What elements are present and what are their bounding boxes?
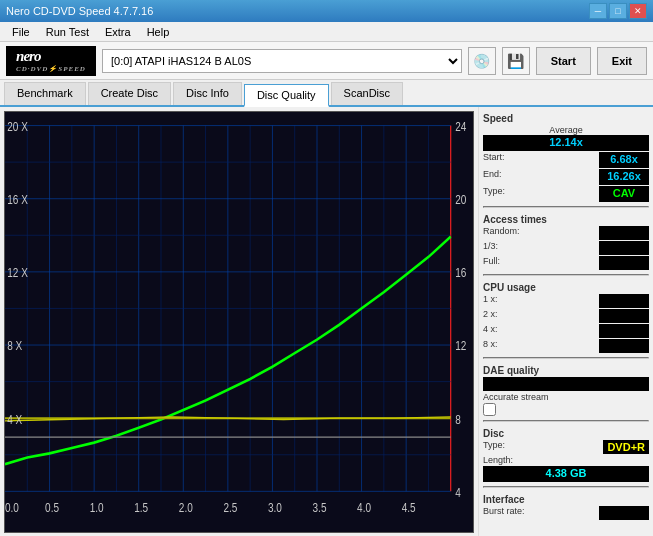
end-value: 16.26x <box>599 169 649 185</box>
2x-value <box>599 309 649 323</box>
access-times-section: Access times Random: 1/3: Full: <box>483 212 649 270</box>
svg-text:4 X: 4 X <box>7 413 23 426</box>
menu-help[interactable]: Help <box>139 24 178 40</box>
svg-text:0.5: 0.5 <box>45 501 59 514</box>
window-controls: ─ □ ✕ <box>589 3 647 19</box>
svg-rect-0 <box>5 112 473 532</box>
svg-text:3.0: 3.0 <box>268 501 282 514</box>
svg-text:16 X: 16 X <box>7 193 28 206</box>
tab-benchmark[interactable]: Benchmark <box>4 82 86 105</box>
2x-label: 2 x: <box>483 309 498 319</box>
titlebar: Nero CD-DVD Speed 4.7.7.16 ─ □ ✕ <box>0 0 653 22</box>
drive-selector[interactable]: [0:0] ATAPI iHAS124 B AL0S <box>102 49 462 73</box>
4x-label: 4 x: <box>483 324 498 334</box>
maximize-button[interactable]: □ <box>609 3 627 19</box>
8x-label: 8 x: <box>483 339 498 349</box>
tab-create-disc[interactable]: Create Disc <box>88 82 171 105</box>
menu-extra[interactable]: Extra <box>97 24 139 40</box>
burst-value <box>599 506 649 520</box>
svg-text:12: 12 <box>455 340 466 353</box>
minimize-button[interactable]: ─ <box>589 3 607 19</box>
disc-type-value: DVD+R <box>603 440 649 454</box>
svg-text:20 X: 20 X <box>7 120 28 133</box>
speed-header: Speed <box>483 113 649 124</box>
svg-text:4: 4 <box>455 486 461 499</box>
svg-text:20: 20 <box>455 193 466 206</box>
avg-label: Average <box>483 125 649 135</box>
tab-disc-info[interactable]: Disc Info <box>173 82 242 105</box>
access-times-header: Access times <box>483 214 649 225</box>
onethird-value <box>599 241 649 255</box>
svg-text:1.5: 1.5 <box>134 501 148 514</box>
burst-label: Burst rate: <box>483 506 525 516</box>
tab-disc-quality[interactable]: Disc Quality <box>244 84 329 107</box>
svg-text:4.5: 4.5 <box>402 501 416 514</box>
full-label: Full: <box>483 256 500 266</box>
accurate-stream-label: Accurate stream <box>483 392 649 402</box>
menu-runtest[interactable]: Run Test <box>38 24 97 40</box>
disc-type-row: Type: DVD+R <box>483 440 649 454</box>
right-panel: Speed Average 12.14x Start: 6.68x End: 1… <box>478 107 653 536</box>
eject-button[interactable]: 💿 <box>468 47 496 75</box>
random-row: Random: <box>483 226 649 240</box>
end-label: End: <box>483 169 502 179</box>
tab-scan-disc[interactable]: ScanDisc <box>331 82 403 105</box>
1x-label: 1 x: <box>483 294 498 304</box>
onethird-row: 1/3: <box>483 241 649 255</box>
svg-text:8: 8 <box>455 413 461 426</box>
interface-header: Interface <box>483 494 649 505</box>
type-row: Type: CAV <box>483 186 649 202</box>
8x-row: 8 x: <box>483 339 649 353</box>
8x-value <box>599 339 649 353</box>
menubar: File Run Test Extra Help <box>0 22 653 42</box>
interface-section: Interface Burst rate: <box>483 492 649 520</box>
accurate-stream-row <box>483 403 649 416</box>
svg-text:3.5: 3.5 <box>313 501 327 514</box>
svg-text:8 X: 8 X <box>7 340 23 353</box>
1x-row: 1 x: <box>483 294 649 308</box>
speed-section: Speed Average 12.14x Start: 6.68x End: 1… <box>483 111 649 202</box>
burst-row: Burst rate: <box>483 506 649 520</box>
exit-button[interactable]: Exit <box>597 47 647 75</box>
start-row: Start: 6.68x <box>483 152 649 168</box>
disc-length-value: 4.38 GB <box>483 466 649 482</box>
end-row: End: 16.26x <box>483 169 649 185</box>
disc-type-label: Type: <box>483 440 505 450</box>
svg-text:4.0: 4.0 <box>357 501 371 514</box>
close-button[interactable]: ✕ <box>629 3 647 19</box>
start-button[interactable]: Start <box>536 47 591 75</box>
disc-length-row: Length: <box>483 455 649 465</box>
svg-text:2.0: 2.0 <box>179 501 193 514</box>
dae-section: DAE quality Accurate stream <box>483 363 649 416</box>
svg-text:16: 16 <box>455 266 466 279</box>
app-title: Nero CD-DVD Speed 4.7.7.16 <box>6 5 153 17</box>
disc-section: Disc Type: DVD+R Length: 4.38 GB <box>483 426 649 482</box>
full-row: Full: <box>483 256 649 270</box>
svg-text:24: 24 <box>455 120 466 133</box>
nero-logo: nero CD·DVD⚡SPEED <box>6 46 96 76</box>
start-value: 6.68x <box>599 152 649 168</box>
type-value: CAV <box>599 186 649 202</box>
svg-text:12 X: 12 X <box>7 266 28 279</box>
type-label: Type: <box>483 186 505 196</box>
menu-file[interactable]: File <box>4 24 38 40</box>
save-button[interactable]: 💾 <box>502 47 530 75</box>
4x-row: 4 x: <box>483 324 649 338</box>
disc-length-label: Length: <box>483 455 513 465</box>
onethird-label: 1/3: <box>483 241 498 251</box>
4x-value <box>599 324 649 338</box>
tab-bar: Benchmark Create Disc Disc Info Disc Qua… <box>0 80 653 107</box>
full-value <box>599 256 649 270</box>
2x-row: 2 x: <box>483 309 649 323</box>
random-label: Random: <box>483 226 520 236</box>
dae-value <box>483 377 649 391</box>
chart-svg: 20 X 16 X 12 X 8 X 4 X 24 20 16 12 8 4 0… <box>5 112 473 532</box>
svg-text:0.0: 0.0 <box>5 501 19 514</box>
title-text: Nero CD-DVD Speed 4.7.7.16 <box>6 5 153 17</box>
1x-value <box>599 294 649 308</box>
cpu-usage-section: CPU usage 1 x: 2 x: 4 x: 8 x: <box>483 280 649 353</box>
accurate-stream-checkbox[interactable] <box>483 403 496 416</box>
random-value <box>599 226 649 240</box>
toolbar: nero CD·DVD⚡SPEED [0:0] ATAPI iHAS124 B … <box>0 42 653 80</box>
svg-text:1.0: 1.0 <box>90 501 104 514</box>
